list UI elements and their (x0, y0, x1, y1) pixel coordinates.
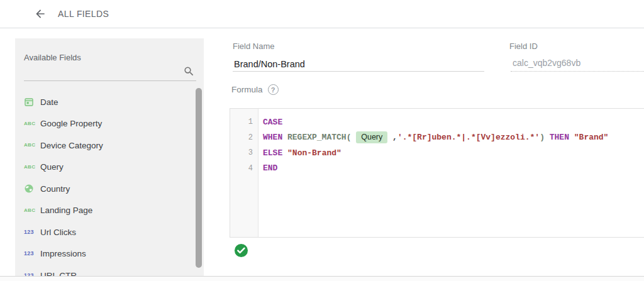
available-fields-panel: Available Fields DateABCGoogle PropertyA… (15, 38, 204, 277)
keyword-token: CASE (263, 118, 282, 127)
abc-text-icon: ABC (24, 121, 35, 126)
line-number: 3 (230, 148, 258, 157)
keyword-token: END (263, 163, 277, 173)
field-item-landing-page[interactable]: ABCLanding Page (15, 200, 196, 222)
123-number-icon: 123 (24, 229, 34, 235)
field-list: DateABCGoogle PropertyABCDevice Category… (15, 91, 196, 277)
123-number-icon: 123 (24, 229, 40, 235)
field-item-label: Country (40, 184, 70, 194)
plain-token (569, 133, 574, 142)
formula-code-editor[interactable]: 1CASE2WHEN REGEXP_MATCH( Query ,'.*[Rr]u… (230, 108, 644, 238)
field-item-date[interactable]: Date (15, 91, 196, 113)
abc-text-icon: ABC (24, 165, 35, 170)
header-bar: ALL FIELDS (0, 0, 644, 28)
field-item-query[interactable]: ABCQuery (15, 157, 196, 179)
globe-icon (24, 184, 40, 194)
code-text: END (258, 163, 277, 173)
field-item-label: Query (40, 162, 64, 172)
back-arrow-icon[interactable] (33, 6, 48, 21)
code-text: CASE (258, 118, 282, 127)
formula-lines: 1CASE2WHEN REGEXP_MATCH( Query ,'.*[Rr]u… (230, 114, 644, 176)
calendar-icon (24, 97, 40, 107)
abc-text-icon: ABC (24, 208, 35, 213)
field-item-label: Google Property (40, 119, 102, 128)
field-item-label: Url Clicks (40, 228, 76, 237)
code-line: 4END (230, 161, 644, 177)
formula-valid-check-icon (234, 243, 248, 258)
123-number-icon: 123 (24, 251, 40, 256)
formula-header: Formula ? (231, 84, 279, 95)
field-item-label: Device Category (40, 141, 103, 150)
field-item-url-clicks[interactable]: 123Url Clicks (15, 221, 196, 243)
abc-text-icon: ABC (24, 143, 40, 148)
code-line: 2WHEN REGEXP_MATCH( Query ,'.*[Rr]uben.*… (230, 130, 644, 146)
string-token: '.*[Rr]uben.*|.*[Vv]ezzoli.*' (397, 133, 540, 142)
plain-token (282, 148, 287, 158)
field-name-label: Field Name (233, 41, 274, 51)
keyword-token: WHEN (263, 133, 287, 142)
abc-text-icon: ABC (24, 121, 40, 126)
search-icon[interactable] (183, 65, 195, 80)
field-item-impressions[interactable]: 123Impressions (15, 243, 196, 265)
help-icon[interactable]: ? (268, 84, 279, 95)
field-search (24, 63, 196, 81)
field-item-label: Landing Page (40, 206, 92, 215)
string-token: "Brand" (574, 133, 609, 142)
line-number: 1 (230, 118, 258, 126)
function-token: REGEXP_MATCH( (287, 133, 356, 142)
available-fields-title: Available Fields (24, 53, 81, 62)
page-title: ALL FIELDS (58, 9, 109, 19)
abc-text-icon: ABC (24, 143, 35, 148)
code-line: 1CASE (230, 114, 644, 130)
abc-text-icon: ABC (24, 208, 40, 213)
sidebar-scrollbar[interactable] (196, 88, 202, 268)
keyword-token: THEN (550, 133, 569, 142)
field-item-country[interactable]: Country (15, 178, 196, 200)
formula-label: Formula (231, 85, 263, 94)
page-background-strip (0, 277, 644, 281)
string-token: "Non-Brand" (287, 148, 341, 158)
field-id-value: calc_vqb2vg68vb (513, 58, 580, 68)
field-item-label: Date (40, 97, 58, 107)
function-token: ) (540, 133, 545, 142)
field-item-label: Impressions (40, 249, 86, 258)
field-item-url-ctr[interactable]: 123URL CTR (15, 265, 196, 277)
field-id-underline (511, 71, 644, 72)
field-id-label: Field ID (509, 41, 538, 51)
code-text: WHEN REGEXP_MATCH( Query ,'.*[Rr]uben.*|… (258, 131, 608, 143)
line-number: 2 (230, 133, 258, 142)
field-search-input[interactable] (24, 65, 177, 80)
query-field-chip[interactable]: Query (356, 131, 387, 143)
plain-token (545, 133, 550, 142)
field-name-underline (233, 71, 484, 72)
line-number: 4 (230, 164, 258, 173)
code-line: 3ELSE "Non-Brand" (230, 145, 644, 161)
keyword-token: ELSE (263, 148, 282, 158)
field-item-google-property[interactable]: ABCGoogle Property (15, 113, 196, 135)
code-text: ELSE "Non-Brand" (258, 148, 341, 158)
plain-token: , (387, 133, 397, 142)
field-name-input[interactable] (234, 57, 483, 70)
123-number-icon: 123 (24, 251, 34, 256)
abc-text-icon: ABC (24, 165, 40, 170)
field-item-device-category[interactable]: ABCDevice Category (15, 135, 196, 157)
